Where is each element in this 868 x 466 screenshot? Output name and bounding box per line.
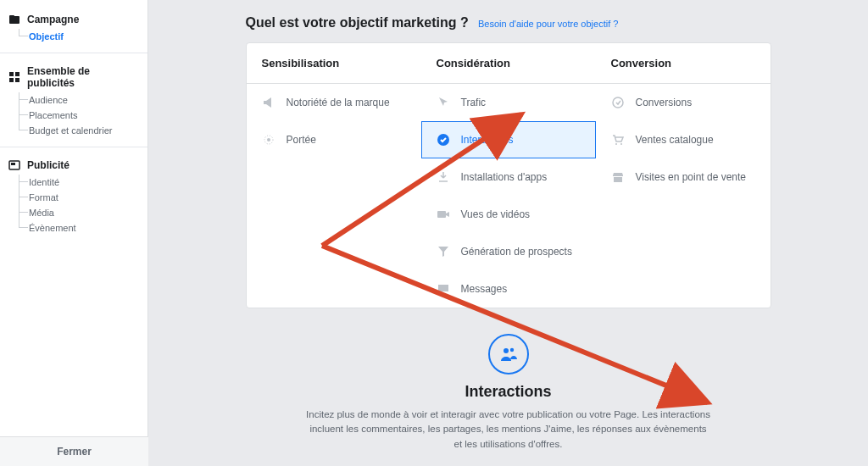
sidebar-group-label: Ensemble de publicités [27,65,139,89]
chat-icon [436,281,451,297]
svg-point-13 [615,143,617,145]
sidebar-item-media[interactable]: Média [15,205,147,220]
sidebar-group-adset[interactable]: Ensemble de publicités [0,62,147,92]
sidebar-group-campaign[interactable]: Campagne [0,10,147,29]
objective-app-installs[interactable]: Installations d'apps [421,158,596,196]
sidebar-group-ad[interactable]: Publicité [0,156,147,175]
svg-point-8 [267,138,270,141]
col-header-conversion: Conversion [596,43,771,83]
objective-reach[interactable]: Portée [247,121,421,158]
sidebar-item-placements[interactable]: Placements [15,108,147,123]
grid-icon [8,71,20,83]
store-icon [610,169,626,185]
objectives-card: Sensibilisation Considération Conversion… [246,42,771,308]
folder-icon [8,14,20,25]
funnel-icon [436,244,451,259]
pointer-icon [436,95,451,110]
objective-catalog-sales[interactable]: Ventes catalogue [596,121,771,158]
download-icon [436,169,451,185]
people-icon [488,334,529,374]
video-icon [436,207,451,222]
sidebar: Campagne Objectif Ensemble de publicités… [0,0,148,466]
svg-rect-2 [9,72,14,76]
svg-point-12 [613,97,623,108]
objective-traffic[interactable]: Trafic [421,84,596,121]
help-link[interactable]: Besoin d'aide pour votre objectif ? [478,19,618,29]
col-header-awareness: Sensibilisation [247,43,421,83]
target-icon [261,132,276,147]
page-title: Quel est votre objectif marketing ? [246,15,469,30]
objective-detail: Interactions Incitez plus de monde à voi… [246,334,771,452]
cart-icon [610,132,626,147]
sidebar-item-format[interactable]: Format [15,190,147,205]
detail-title: Interactions [246,383,771,401]
megaphone-icon [261,95,276,110]
svg-rect-5 [15,78,19,82]
col-header-consideration: Considération [421,43,596,83]
svg-rect-4 [9,78,14,82]
objective-brand-awareness[interactable]: Notoriété de la marque [247,84,421,121]
detail-description: Incitez plus de monde à voir et interagi… [305,408,712,452]
main-content: Quel est votre objectif marketing ? Beso… [148,0,868,466]
close-button[interactable]: Fermer [0,436,148,466]
sidebar-item-budget[interactable]: Budget et calendrier [15,123,147,138]
svg-rect-3 [15,72,19,76]
ad-icon [8,159,20,171]
objective-messages[interactable]: Messages [421,270,596,308]
svg-point-15 [504,348,509,353]
objective-engagement[interactable]: Interactions [421,121,596,158]
circle-arrow-icon [610,95,626,110]
svg-rect-1 [9,15,14,18]
svg-point-14 [620,143,622,145]
sidebar-group-label: Publicité [27,159,70,171]
sidebar-item-audience[interactable]: Audience [15,92,147,108]
svg-rect-11 [437,211,446,218]
objective-video-views[interactable]: Vues de vidéos [421,196,596,233]
sidebar-item-objective[interactable]: Objectif [15,29,147,44]
objective-store-visits[interactable]: Visites en point de vente [596,158,771,196]
objective-lead-gen[interactable]: Génération de prospects [421,233,596,270]
sidebar-item-identity[interactable]: Identité [15,175,147,190]
objective-conversions[interactable]: Conversions [596,84,771,121]
sidebar-item-event[interactable]: Évènement [15,220,147,236]
svg-point-16 [509,348,513,352]
check-circle-icon [436,132,451,147]
sidebar-group-label: Campagne [27,14,79,25]
svg-rect-7 [11,163,15,165]
